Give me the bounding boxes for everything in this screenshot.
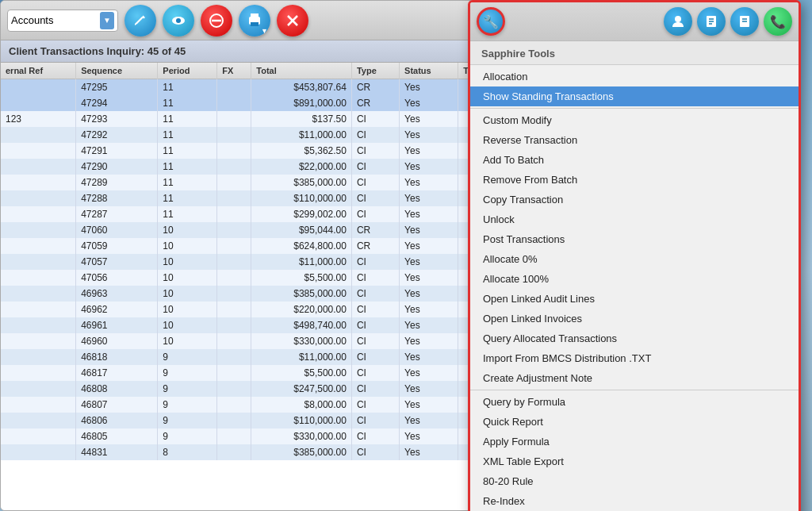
menu-item-apply-formula[interactable]: Apply Formula: [470, 432, 799, 451]
table-cell: 47056: [76, 270, 158, 286]
menu-item-allocate-0[interactable]: Allocate 0%: [470, 249, 799, 269]
menu-item-allocate-100[interactable]: Allocate 100%: [470, 269, 799, 289]
table-cell: CI: [351, 127, 399, 143]
print-button[interactable]: ▼: [239, 5, 270, 36]
menu-item-add-to-batch[interactable]: Add To Batch: [470, 150, 799, 170]
table-row[interactable]: 4729511$453,807.64CRYes: [1, 79, 523, 96]
table-row[interactable]: 468089$247,500.00CIYes: [1, 381, 523, 397]
table-cell: $11,000.00: [251, 127, 352, 143]
table-cell: 46818: [76, 349, 158, 365]
table-row[interactable]: 468069$110,000.00CIYes: [1, 413, 523, 428]
menu-item-open-invoices[interactable]: Open Linked Invoices: [470, 309, 799, 328]
accounts-chevron[interactable]: ▼: [100, 12, 114, 29]
table-row[interactable]: 4706010$95,044.00CRYes: [1, 222, 523, 238]
table-cell: $330,000.00: [251, 333, 352, 349]
table-cell: $453,807.64: [251, 79, 352, 96]
table-row[interactable]: 4696310$385,000.00CIYes: [1, 286, 523, 302]
edit-button[interactable]: [124, 5, 156, 36]
table-cell: $137.50: [251, 111, 352, 127]
table-cell: 10: [158, 317, 217, 333]
table-cell: 47059: [76, 238, 158, 254]
menu-title: Sapphire Tools: [470, 41, 799, 65]
dd-blue2-button[interactable]: [697, 7, 726, 36]
table-cell: [1, 270, 76, 286]
table-cell: Yes: [400, 428, 458, 444]
table-cell: CI: [351, 333, 399, 349]
menu-item-import-bmcs[interactable]: Import From BMCS Distribution .TXT: [470, 348, 799, 368]
table-cell: [217, 238, 251, 254]
table-row[interactable]: 4729011$22,000.00CIYes: [1, 159, 523, 175]
table-row[interactable]: 1234729311$137.50CIYes: [1, 111, 523, 127]
table-row[interactable]: 468079$8,000.00CIYes: [1, 397, 523, 413]
cancel-button[interactable]: [201, 5, 232, 36]
svg-point-1: [176, 18, 181, 23]
table-cell: 11: [158, 190, 217, 206]
table-row[interactable]: 4705710$11,000.00CIYes: [1, 254, 523, 270]
table-row[interactable]: 4705610$5,500.00CIYes: [1, 270, 523, 286]
table-row[interactable]: 4729211$11,000.00CIYes: [1, 127, 523, 143]
table-row[interactable]: 4696210$220,000.00CIYes: [1, 302, 523, 317]
menu-item-reverse-transaction[interactable]: Reverse Transaction: [470, 130, 799, 150]
table-row[interactable]: 4705910$624,800.00CRYes: [1, 238, 523, 254]
menu-item-query-allocated[interactable]: Query Allocated Transactions: [470, 328, 799, 348]
table-cell: [217, 397, 251, 413]
dd-blue1-button[interactable]: [664, 7, 692, 36]
menu-item-80-20-rule[interactable]: 80-20 Rule: [470, 471, 799, 491]
table-row[interactable]: 448318$385,000.00CIYes: [1, 444, 523, 460]
menu-item-create-adjustment[interactable]: Create Adjustment Note: [470, 368, 799, 388]
table-cell: Yes: [400, 206, 458, 222]
table-row[interactable]: 4728811$110,000.00CIYes: [1, 190, 523, 206]
table-row[interactable]: 4729411$891,000.00CRYes: [1, 95, 523, 111]
table-cell: Yes: [400, 79, 458, 96]
table-cell: Yes: [400, 365, 458, 381]
table-cell: 47295: [76, 79, 158, 96]
menu-item-unlock[interactable]: Unlock: [470, 209, 799, 229]
table-cell: 9: [158, 428, 217, 444]
menu-item-quick-report[interactable]: Quick Report: [470, 412, 799, 432]
table-cell: [1, 286, 76, 302]
menu-item-allocation[interactable]: Allocation: [470, 67, 799, 86]
table-row[interactable]: 4729111$5,362.50CIYes: [1, 143, 523, 159]
menu-item-xml-export[interactable]: XML Table Export: [470, 451, 799, 471]
table-cell: CR: [351, 95, 399, 111]
table-cell: 123: [1, 111, 76, 127]
table-cell: $299,002.00: [251, 206, 352, 222]
table-row[interactable]: 4728711$299,002.00CIYes: [1, 206, 523, 222]
table-row[interactable]: 468189$11,000.00CIYes: [1, 349, 523, 365]
col-fx: FX: [217, 63, 251, 79]
table-cell: 46817: [76, 365, 158, 381]
table-row[interactable]: 468059$330,000.00CIYes: [1, 428, 523, 444]
table-cell: $11,000.00: [251, 254, 352, 270]
wrench-button[interactable]: 🔧: [477, 7, 505, 36]
table-cell: Yes: [400, 159, 458, 175]
table-cell: 10: [158, 222, 217, 238]
table-cell: [1, 190, 76, 206]
main-toolbar: Accounts ▼ ▼: [1, 1, 523, 40]
menu-item-remove-from-batch[interactable]: Remove From Batch: [470, 170, 799, 190]
accounts-selector[interactable]: Accounts ▼: [7, 10, 118, 32]
view-button[interactable]: [163, 5, 194, 36]
menu-item-copy-transaction[interactable]: Copy Transaction: [470, 190, 799, 209]
menu-item-re-index[interactable]: Re-Index: [470, 491, 799, 511]
table-row[interactable]: 468179$5,500.00CIYes: [1, 365, 523, 381]
menu-item-post-transactions[interactable]: Post Transactions: [470, 229, 799, 249]
window-title-bar: Client Transactions Inquiry: 45 of 45: [1, 40, 523, 63]
menu-item-custom-modify[interactable]: Custom Modify: [470, 110, 799, 130]
table-row[interactable]: 4696010$330,000.00CIYes: [1, 333, 523, 349]
table-row[interactable]: 4728911$385,000.00CIYes: [1, 175, 523, 190]
col-sequence: Sequence: [76, 63, 158, 79]
table-row[interactable]: 4696110$498,740.00CIYes: [1, 317, 523, 333]
menu-item-show-standing[interactable]: Show Standing Transactions: [470, 86, 799, 106]
menu-item-query-formula[interactable]: Query by Formula: [470, 392, 799, 412]
dd-blue3-button[interactable]: [730, 7, 759, 36]
table-cell: CI: [351, 270, 399, 286]
transactions-table: ernal Ref Sequence Period FX Total Type …: [1, 63, 523, 460]
menu-item-open-audit-lines[interactable]: Open Linked Audit Lines: [470, 289, 799, 309]
close-button[interactable]: [277, 5, 308, 36]
table-cell: [1, 349, 76, 365]
table-cell: [1, 95, 76, 111]
dd-green-button[interactable]: 📞: [764, 7, 792, 36]
table-cell: $891,000.00: [251, 95, 352, 111]
table-cell: [217, 349, 251, 365]
table-cell: CI: [351, 286, 399, 302]
